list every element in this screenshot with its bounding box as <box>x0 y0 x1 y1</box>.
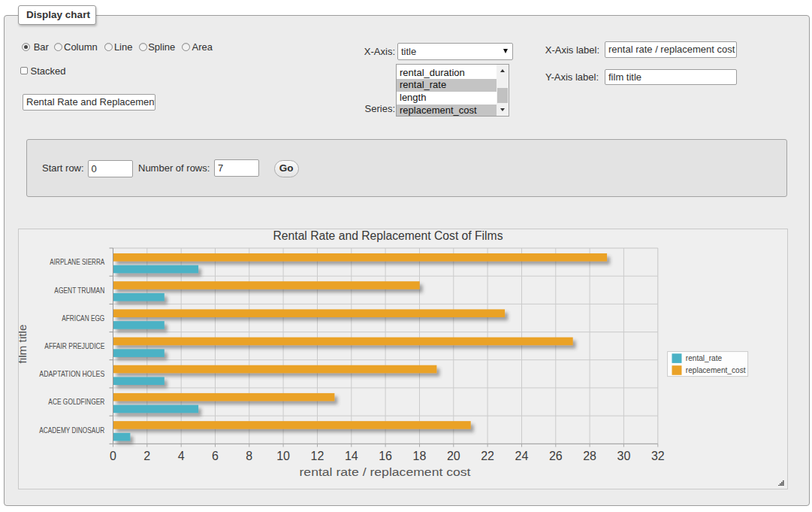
svg-text:26: 26 <box>549 450 563 462</box>
svg-text:10: 10 <box>276 450 290 462</box>
svg-text:8: 8 <box>246 450 252 462</box>
svg-text:2: 2 <box>143 450 150 462</box>
svg-text:18: 18 <box>413 450 427 462</box>
svg-text:16: 16 <box>379 450 392 462</box>
svg-text:ADAPTATION HOLES: ADAPTATION HOLES <box>39 369 104 378</box>
svg-text:replacement_cost: replacement_cost <box>686 365 746 374</box>
svg-text:4: 4 <box>178 450 185 462</box>
svg-text:30: 30 <box>617 450 631 462</box>
svg-text:AFFAIR PREJUDICE: AFFAIR PREJUDICE <box>44 341 104 350</box>
svg-text:film title: film title <box>19 325 29 364</box>
svg-text:rental_rate: rental_rate <box>686 353 722 362</box>
svg-text:AFRICAN EGG: AFRICAN EGG <box>62 314 104 323</box>
svg-text:20: 20 <box>447 450 460 462</box>
svg-text:ACADEMY DINOSAUR: ACADEMY DINOSAUR <box>39 426 104 435</box>
svg-text:AIRPLANE SIERRA: AIRPLANE SIERRA <box>50 257 104 266</box>
svg-text:12: 12 <box>311 450 324 462</box>
svg-text:Rental Rate and Replacement Co: Rental Rate and Replacement Cost of Film… <box>273 229 503 242</box>
svg-text:22: 22 <box>481 450 494 462</box>
svg-text:6: 6 <box>212 450 219 462</box>
svg-text:ACE GOLDFINGER: ACE GOLDFINGER <box>48 397 104 406</box>
svg-text:32: 32 <box>651 450 665 462</box>
svg-text:28: 28 <box>583 450 596 462</box>
svg-text:0: 0 <box>110 450 116 462</box>
svg-text:14: 14 <box>345 450 358 462</box>
svg-text:24: 24 <box>515 450 529 462</box>
svg-text:rental rate / replacement cost: rental rate / replacement cost <box>300 465 472 478</box>
svg-text:AGENT TRUMAN: AGENT TRUMAN <box>54 286 104 295</box>
